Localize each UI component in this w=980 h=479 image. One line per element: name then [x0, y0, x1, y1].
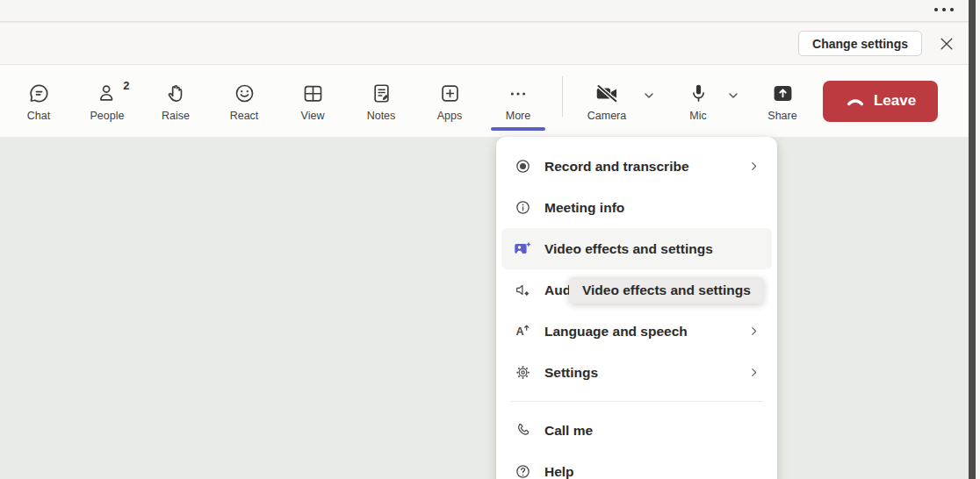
view-label: View	[301, 110, 325, 122]
language-icon: A	[512, 322, 533, 340]
raise-label: Raise	[162, 110, 190, 122]
leave-label: Leave	[874, 92, 916, 110]
record-icon	[512, 157, 533, 175]
meeting-toolbar: Chat 2 People Raise	[0, 64, 980, 138]
react-button[interactable]: React	[220, 81, 269, 122]
menu-item-video-effects-and-settings[interactable]: Video effects and settings	[501, 228, 772, 269]
window-gutter	[976, 0, 980, 479]
info-icon	[512, 198, 533, 217]
chevron-right-icon	[746, 324, 761, 339]
chevron-right-icon	[746, 159, 761, 174]
react-label: React	[230, 110, 259, 122]
apps-icon	[438, 81, 462, 107]
raise-hand-icon	[164, 81, 188, 107]
raise-hand-button[interactable]: Raise	[151, 81, 200, 122]
people-button[interactable]: 2 People	[83, 81, 132, 122]
people-count-badge: 2	[123, 79, 129, 92]
apps-button[interactable]: Apps	[425, 81, 474, 122]
notes-label: Notes	[367, 110, 396, 122]
more-dots-icon	[508, 81, 529, 107]
toolbar-divider	[562, 76, 563, 117]
menu-item-settings[interactable]: Settings	[501, 352, 772, 393]
camera-button[interactable]: Camera	[579, 81, 635, 122]
chevron-right-icon	[746, 365, 761, 380]
menu-item-meeting-info[interactable]: Meeting info	[501, 187, 772, 228]
help-icon	[512, 462, 533, 479]
change-settings-button[interactable]: Change settings	[798, 31, 922, 56]
mic-options-chevron[interactable]	[724, 87, 742, 104]
menu-item-call-me[interactable]: Call me	[501, 410, 772, 451]
menu-item-record-and-transcribe[interactable]: Record and transcribe	[501, 146, 772, 187]
video-effects-icon	[512, 240, 533, 259]
window-more-icon[interactable]	[934, 8, 954, 11]
close-icon	[938, 35, 955, 53]
tooltip-text: Video effects and settings	[582, 282, 751, 297]
mic-label: Mic	[689, 110, 706, 122]
chat-icon	[27, 81, 51, 107]
more-button[interactable]: More	[494, 81, 543, 122]
camera-off-icon	[593, 81, 621, 107]
camera-options-chevron[interactable]	[640, 87, 658, 104]
apps-label: Apps	[437, 110, 463, 122]
close-banner-button[interactable]	[938, 35, 955, 53]
settings-gear-icon	[512, 363, 533, 382]
teams-meeting-window: Change settings Chat	[0, 0, 980, 479]
camera-label: Camera	[587, 110, 626, 122]
chat-button[interactable]: Chat	[14, 81, 63, 122]
phone-icon	[512, 421, 533, 440]
window-edge	[969, 0, 976, 479]
leave-button[interactable]: Leave	[823, 81, 938, 122]
chat-label: Chat	[27, 110, 50, 122]
hang-up-icon	[845, 93, 866, 109]
more-label: More	[506, 110, 530, 122]
window-titlebar	[0, 0, 980, 22]
share-screen-icon	[771, 81, 795, 107]
react-smiley-icon	[233, 81, 256, 107]
share-label: Share	[767, 110, 796, 122]
notes-button[interactable]: Notes	[357, 81, 406, 122]
meeting-stage	[0, 139, 980, 479]
view-button[interactable]: View	[288, 81, 337, 122]
audio-settings-icon	[512, 281, 533, 299]
svg-text:A: A	[515, 325, 523, 338]
menu-item-help[interactable]: Help	[501, 451, 772, 479]
chevron-down-icon	[642, 89, 656, 103]
chevron-down-icon	[726, 89, 740, 103]
more-options-menu: Record and transcribe Meeting info	[496, 137, 777, 479]
notification-banner: Change settings	[0, 23, 980, 64]
menu-item-language-and-speech[interactable]: A Language and speech	[501, 311, 772, 352]
mic-button[interactable]: Mic	[677, 81, 719, 122]
people-label: People	[90, 110, 125, 122]
more-active-indicator	[491, 127, 545, 131]
tooltip: Video effects and settings	[569, 277, 764, 304]
notes-icon	[370, 81, 393, 107]
people-icon: 2	[96, 81, 119, 107]
share-button[interactable]: Share	[758, 81, 807, 122]
mic-icon	[687, 81, 710, 107]
view-grid-icon	[301, 81, 325, 107]
menu-divider	[510, 401, 763, 402]
